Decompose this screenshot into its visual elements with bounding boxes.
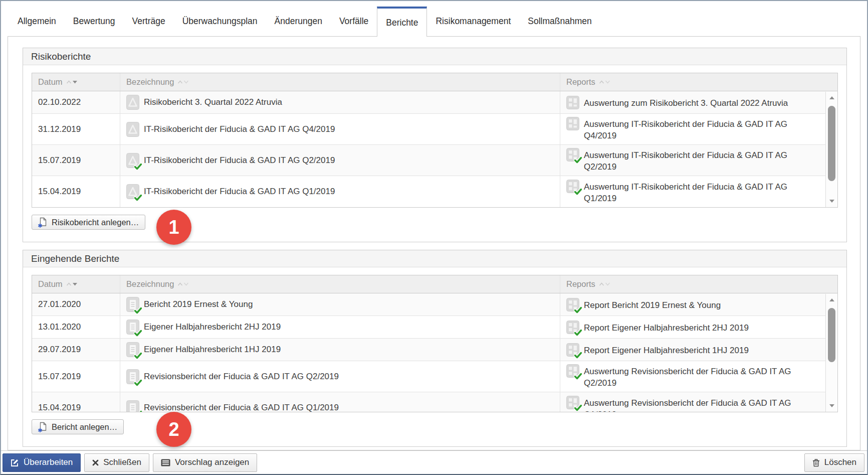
row-date: 15.07.2019 — [32, 145, 120, 176]
table-body: 27.01.2020 — [32, 293, 837, 412]
sort-asc-icon — [177, 80, 183, 84]
ueberarbeiten-button[interactable]: Überarbeiten — [3, 453, 81, 472]
loeschen-button[interactable]: Löschen — [804, 453, 864, 472]
action-footer: Überarbeiten Schließen Vorschlag anzeige… — [1, 450, 867, 474]
tab-risikomanagement[interactable]: Risikomanagement — [427, 7, 519, 36]
table-header: Datum Bezeichnung — [32, 275, 837, 293]
row-bezeichnung: IT-Risikobericht der Fiducia & GAD IT AG… — [144, 124, 335, 134]
tab-bar: AllgemeinBewertungVerträgeÜberwachungspl… — [1, 1, 867, 36]
sort-desc-icon — [605, 80, 610, 84]
sort-desc-icon — [72, 282, 78, 286]
check-icon — [134, 330, 142, 337]
tab-allgemein[interactable]: Allgemein — [9, 7, 65, 36]
risikobericht-anlegen-button[interactable]: Risikobericht anlegen… — [32, 215, 145, 230]
scroll-up-icon[interactable] — [826, 96, 837, 100]
row-bezeichnung: Revisionsbericht der Fiducia & GAD IT AG… — [144, 403, 339, 412]
column-header-reports[interactable]: Reports — [560, 275, 837, 293]
row-bezeichnung: IT-Risikobericht der Fiducia & GAD IT AG… — [144, 187, 335, 197]
table-row[interactable]: 29.07.2019 — [32, 339, 837, 361]
scroll-down-icon[interactable] — [826, 404, 837, 408]
column-header-datum[interactable]: Datum — [32, 275, 120, 293]
tab-verträge[interactable]: Verträge — [124, 7, 174, 36]
row-bezeichnung: Revisionsbericht der Fiducia & GAD IT AG… — [144, 372, 339, 382]
berichte-tab-panel: Risikoberichte Datum Bezeichnung — [8, 36, 860, 450]
scroll-up-icon[interactable] — [826, 298, 837, 302]
sort-asc-icon — [66, 282, 72, 286]
column-header-reports[interactable]: Reports — [560, 73, 837, 91]
scroll-down-icon[interactable] — [826, 199, 837, 203]
check-icon — [574, 188, 582, 196]
report-grid-icon — [566, 396, 579, 409]
report-document-icon — [126, 184, 139, 199]
report-grid-icon — [566, 321, 579, 334]
row-report: Report Eigener Halbjahresbericht 1HJ 201… — [584, 343, 749, 356]
tab-bewertung[interactable]: Bewertung — [65, 7, 124, 36]
check-icon — [574, 156, 582, 164]
table-scrollbar[interactable] — [825, 294, 837, 412]
row-bezeichnung: Bericht 2019 Ernest & Young — [144, 299, 253, 309]
table-row[interactable]: 15.04.2019 — [32, 176, 837, 207]
table-scrollbar[interactable] — [825, 92, 837, 207]
table-row[interactable]: 13.01.2020 — [32, 316, 837, 339]
table-row[interactable]: 15.07.2019 — [32, 145, 837, 176]
sort-desc-icon — [183, 282, 189, 286]
sort-asc-icon — [599, 80, 604, 84]
row-date: 15.04.2019 — [32, 392, 120, 412]
row-report: Auswertung zum Risikobericht 3. Quartal … — [584, 96, 788, 109]
table-row[interactable]: 31.12.2019 — [32, 114, 837, 145]
vorschlag-anzeigen-button[interactable]: Vorschlag anzeigen — [153, 453, 257, 472]
table-row[interactable]: 27.01.2020 — [32, 293, 837, 316]
report-document-icon — [126, 95, 139, 110]
risikoberichte-table: Datum Bezeichnung — [32, 73, 838, 208]
tab-vorfälle[interactable]: Vorfälle — [331, 7, 377, 36]
close-icon — [92, 459, 99, 466]
column-header-datum[interactable]: Datum — [32, 73, 120, 91]
row-report: Auswertung Revisionsbericht der Fiducia … — [584, 364, 810, 389]
sort-desc-icon — [183, 80, 189, 84]
callout-badge-2: 2 — [156, 412, 191, 447]
check-icon — [134, 307, 142, 314]
row-report: Auswertung Revisionsbericht der Fiducia … — [584, 396, 810, 412]
report-document-icon — [126, 369, 139, 384]
risikoberichte-section: Risikoberichte Datum Bezeichnung — [23, 48, 847, 242]
row-date: 15.07.2019 — [32, 361, 120, 392]
trash-icon — [812, 458, 820, 467]
section-title: Eingehende Berichte — [23, 250, 846, 267]
list-icon — [161, 459, 170, 466]
table-body: 02.10.2022 — [32, 91, 837, 207]
check-icon — [574, 373, 582, 380]
row-bezeichnung: Eigener Halbjahresbericht 1HJ 2019 — [144, 345, 281, 355]
check-icon — [134, 352, 142, 360]
row-report: Auswertung IT-Risikobericht der Fiducia … — [584, 180, 810, 204]
check-icon — [134, 410, 142, 412]
check-icon — [574, 352, 582, 359]
report-document-icon — [126, 400, 139, 412]
column-header-bezeichnung[interactable]: Bezeichnung — [120, 275, 560, 293]
row-report: Report Bericht 2019 Ernest & Young — [584, 298, 721, 311]
tab-änderungen[interactable]: Änderungen — [266, 7, 331, 36]
table-row[interactable]: 02.10.2022 — [32, 91, 837, 114]
row-date: 27.01.2020 — [32, 293, 120, 315]
new-document-icon — [38, 217, 48, 228]
column-header-bezeichnung[interactable]: Bezeichnung — [120, 73, 560, 91]
tab-überwachungsplan[interactable]: Überwachungsplan — [174, 7, 266, 36]
table-row[interactable]: 15.07.2019 — [32, 361, 837, 392]
tab-sollmaßnahmen[interactable]: Sollmaßnahmen — [519, 7, 600, 36]
schliessen-button[interactable]: Schließen — [84, 453, 149, 472]
row-bezeichnung: Risikobericht 3. Quartal 2022 Atruvia — [144, 97, 282, 107]
row-date: 15.04.2019 — [32, 176, 120, 207]
scrollbar-thumb[interactable] — [828, 308, 835, 362]
tab-berichte[interactable]: Berichte — [377, 7, 427, 37]
check-icon — [574, 329, 582, 337]
row-bezeichnung: IT-Risikobericht der Fiducia & GAD IT AG… — [144, 155, 335, 166]
table-row[interactable]: 15.04.2019 — [32, 392, 837, 412]
scrollbar-thumb[interactable] — [828, 106, 835, 181]
row-report: Auswertung IT-Risikobericht der Fiducia … — [584, 148, 810, 173]
callout-badge-1: 1 — [156, 210, 191, 245]
table-header: Datum Bezeichnung — [32, 73, 837, 91]
row-date: 31.12.2019 — [32, 114, 120, 144]
sort-asc-icon — [177, 282, 183, 286]
report-document-icon — [126, 342, 139, 357]
bericht-anlegen-button[interactable]: Bericht anlegen… — [32, 419, 124, 434]
row-date: 13.01.2020 — [32, 316, 120, 338]
